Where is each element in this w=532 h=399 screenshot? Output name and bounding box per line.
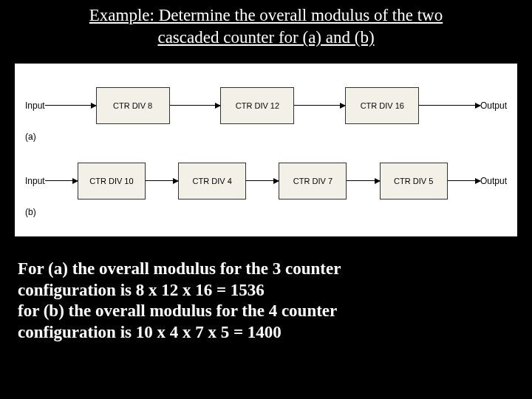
arrow-icon xyxy=(170,105,221,106)
output-label-a: Output xyxy=(480,100,507,111)
part-label-a: (a) xyxy=(25,132,507,142)
answer-line: For (a) the overall modulus for the 3 co… xyxy=(18,259,517,280)
chain-a-wrap: Input CTR DIV 8 CTR DIV 12 CTR DIV 16 Ou… xyxy=(24,87,508,142)
output-label-b: Output xyxy=(480,176,507,186)
answer-line: for (b) the overall modulus for the 4 co… xyxy=(18,301,517,322)
chain-b: Input CTR DIV 10 CTR DIV 4 CTR DIV 7 CTR… xyxy=(25,163,507,200)
arrow-icon xyxy=(246,180,279,181)
arrow-icon xyxy=(347,180,379,181)
answer-line: configuration is 8 x 12 x 16 = 1536 xyxy=(18,280,517,301)
ctr-block: CTR DIV 4 xyxy=(178,163,246,200)
answer-text: For (a) the overall modulus for the 3 co… xyxy=(15,259,517,344)
ctr-block: CTR DIV 5 xyxy=(380,163,448,200)
ctr-block: CTR DIV 16 xyxy=(345,87,419,124)
title-line-2: cascaded counter for (a) and (b) xyxy=(157,28,374,47)
ctr-block: CTR DIV 7 xyxy=(279,163,347,200)
arrow-icon xyxy=(45,105,96,106)
ctr-block: CTR DIV 10 xyxy=(78,163,146,200)
counter-diagram: Input CTR DIV 8 CTR DIV 12 CTR DIV 16 Ou… xyxy=(15,64,517,236)
arrow-icon xyxy=(294,105,345,106)
arrow-icon xyxy=(146,180,178,181)
part-label-b: (b) xyxy=(25,207,507,217)
input-label-a: Input xyxy=(25,100,45,111)
chain-a: Input CTR DIV 8 CTR DIV 12 CTR DIV 16 Ou… xyxy=(25,87,507,124)
arrow-icon xyxy=(419,105,480,106)
arrow-icon xyxy=(448,180,480,181)
input-label-b: Input xyxy=(25,176,45,186)
answer-line: configuration is 10 x 4 x 7 x 5 = 1400 xyxy=(18,322,517,344)
ctr-block: CTR DIV 12 xyxy=(220,87,294,124)
slide-title: Example: Determine the overall modulus o… xyxy=(15,4,517,49)
arrow-icon xyxy=(45,180,78,181)
chain-b-wrap: Input CTR DIV 10 CTR DIV 4 CTR DIV 7 CTR… xyxy=(24,163,508,217)
title-line-1: Example: Determine the overall modulus o… xyxy=(89,6,443,24)
ctr-block: CTR DIV 8 xyxy=(96,87,170,124)
